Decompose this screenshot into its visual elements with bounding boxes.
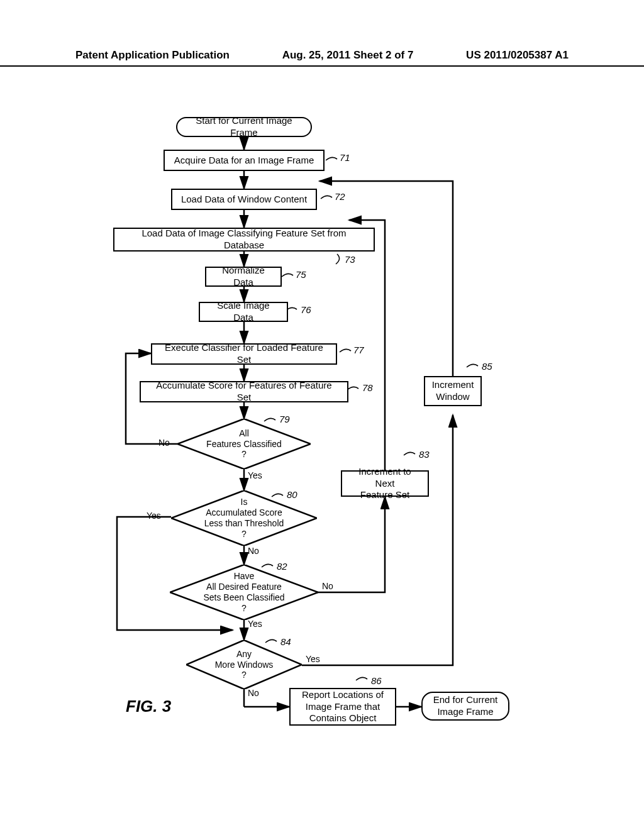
label-80-yes: Yes <box>147 511 161 521</box>
decision-all-features: AllFeatures Classified? <box>177 419 311 469</box>
node-accumulate: Accumulate Score for Features of Feature… <box>140 381 348 402</box>
ref-84: 84 <box>280 636 291 647</box>
node-acquire: Acquire Data for an Image Frame <box>164 150 325 171</box>
ref-79: 79 <box>279 414 290 424</box>
node-normalize: Normalize Data <box>205 267 282 287</box>
label-82-yes: Yes <box>248 619 262 629</box>
ref-85: 85 <box>482 361 492 372</box>
label-79-yes: Yes <box>248 470 262 480</box>
node-execute: Execute Classifier for Loaded Feature Se… <box>151 343 337 365</box>
ref-71: 71 <box>340 152 350 163</box>
decision-more-windows: AnyMore Windows? <box>186 640 302 689</box>
node-start: Start for Current Image Frame <box>176 117 312 137</box>
ref-86: 86 <box>371 675 382 686</box>
node-load-window: Load Data of Window Content <box>171 189 317 210</box>
ref-72: 72 <box>335 191 345 202</box>
figure-label: FIG. 3 <box>126 697 171 716</box>
label-79-no: No <box>158 438 170 448</box>
node-load-featureset: Load Data of Image Classifying Feature S… <box>113 228 375 252</box>
ref-78: 78 <box>362 382 373 393</box>
ref-73: 73 <box>345 254 355 265</box>
node-report: Report Locations ofImage Frame thatConta… <box>289 688 396 726</box>
label-84-no: No <box>248 688 259 698</box>
ref-80: 80 <box>287 489 297 500</box>
label-84-yes: Yes <box>306 654 320 664</box>
node-end: End for CurrentImage Frame <box>421 692 509 721</box>
ref-77: 77 <box>353 345 364 355</box>
node-scale: Scale Image Data <box>199 302 288 322</box>
label-80-no: No <box>248 546 259 556</box>
ref-83: 83 <box>419 449 430 460</box>
decision-all-sets: HaveAll Desired FeatureSets Been Classif… <box>170 565 318 620</box>
ref-75: 75 <box>296 269 306 280</box>
ref-82: 82 <box>277 561 287 572</box>
ref-76: 76 <box>301 304 311 315</box>
node-increment-window: IncrementWindow <box>424 376 482 406</box>
flowchart: Start for Current Image Frame Acquire Da… <box>0 0 644 830</box>
label-82-no: No <box>322 581 333 591</box>
node-increment-featureset: Increment to NextFeature Set <box>341 470 429 497</box>
